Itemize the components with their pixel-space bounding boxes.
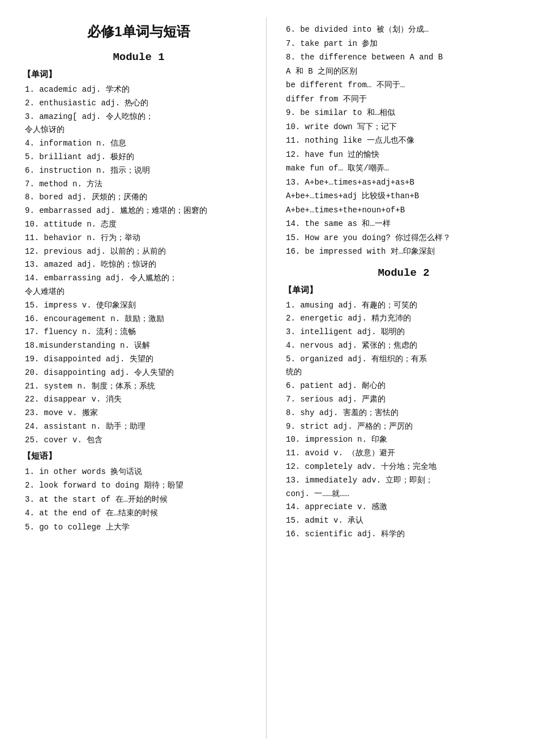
page: 必修1单词与短语 Module 1 【单词】 1. academic adj. … bbox=[0, 0, 535, 756]
list-item: conj. 一……就…… bbox=[284, 488, 524, 501]
list-item: 统的 bbox=[284, 366, 524, 379]
list-item: 16. be impressed with 对…印象深刻 bbox=[284, 245, 524, 259]
list-item: 6. patient adj. 耐心的 bbox=[284, 379, 524, 393]
list-item: 6. instruction n. 指示；说明 bbox=[23, 164, 255, 178]
list-item: 14. the same as 和…一样 bbox=[284, 217, 524, 231]
list-item: 4. information n. 信息 bbox=[23, 137, 255, 151]
list-item: 13. immediately adv. 立即；即刻； bbox=[284, 474, 524, 488]
list-item: 11. avoid v. （故意）避开 bbox=[284, 447, 524, 460]
module2-vocab-list: 1. amusing adj. 有趣的；可笑的2. energetic adj.… bbox=[284, 299, 524, 541]
list-item: 7. serious adj. 严肃的 bbox=[284, 393, 524, 407]
list-item: 7. take part in 参加 bbox=[284, 37, 524, 51]
module1-phrase-list: 1. in other words 换句话说2. look forward to… bbox=[23, 465, 255, 535]
module1-right-phrase-list: 6. be divided into 被（划）分成…7. take part i… bbox=[284, 23, 524, 259]
list-item: 2. enthusiastic adj. 热心的 bbox=[23, 97, 255, 110]
list-item: A+be+…times+adj 比较级+than+B bbox=[284, 189, 524, 203]
list-item: 20. disappointing adj. 令人失望的 bbox=[23, 366, 255, 380]
list-item: 令人难堪的 bbox=[23, 285, 255, 299]
list-item: 12. have fun 过的愉快 bbox=[284, 148, 524, 162]
right-column: 6. be divided into 被（划）分成…7. take part i… bbox=[266, 17, 535, 739]
list-item: 24. assistant n. 助手；助理 bbox=[23, 420, 255, 434]
list-item: 1. academic adj. 学术的 bbox=[23, 83, 255, 97]
list-item: 令人惊讶的 bbox=[23, 123, 255, 137]
left-column: 必修1单词与短语 Module 1 【单词】 1. academic adj. … bbox=[0, 17, 266, 739]
list-item: be different from… 不同于… bbox=[284, 78, 524, 92]
list-item: 14. appreciate v. 感激 bbox=[284, 501, 524, 514]
list-item: 10. impression n. 印象 bbox=[284, 433, 524, 447]
list-item: 21. system n. 制度；体系；系统 bbox=[23, 380, 255, 394]
module2-title: Module 2 bbox=[284, 267, 524, 279]
list-item: 3. at the start of 在…开始的时候 bbox=[23, 493, 255, 507]
list-item: 9. be similar to 和…相似 bbox=[284, 106, 524, 120]
module2-vocab-label: 【单词】 bbox=[284, 285, 524, 296]
list-item: 13. amazed adj. 吃惊的；惊讶的 bbox=[23, 258, 255, 272]
module1-title: Module 1 bbox=[23, 51, 255, 63]
list-item: 16. encouragement n. 鼓励；激励 bbox=[23, 313, 255, 326]
list-item: 15. impress v. 使印象深刻 bbox=[23, 299, 255, 313]
list-item: 8. the difference between A and B bbox=[284, 50, 524, 65]
list-item: 7. method n. 方法 bbox=[23, 178, 255, 191]
list-item: 16. scientific adj. 科学的 bbox=[284, 528, 524, 541]
list-item: 13. A+be+…times+as+adj+as+B bbox=[284, 176, 524, 190]
list-item: 1. in other words 换句话说 bbox=[23, 465, 255, 479]
list-item: 3. amazing[ adj. 令人吃惊的； bbox=[23, 110, 255, 124]
list-item: A 和 B 之间的区别 bbox=[284, 65, 524, 79]
list-item: A+be+…times+the+noun+of+B bbox=[284, 203, 524, 217]
list-item: 14. embarrassing adj. 令人尴尬的； bbox=[23, 272, 255, 285]
main-title: 必修1单词与短语 bbox=[23, 23, 255, 41]
list-item: 25. cover v. 包含 bbox=[23, 434, 255, 447]
list-item: 6. be divided into 被（划）分成… bbox=[284, 23, 524, 37]
list-item: 4. nervous adj. 紧张的；焦虑的 bbox=[284, 339, 524, 353]
list-item: 11. behavior n. 行为；举动 bbox=[23, 232, 255, 245]
list-item: 2. look forward to doing 期待；盼望 bbox=[23, 479, 255, 493]
list-item: 9. embarrassed adj. 尴尬的；难堪的；困窘的 bbox=[23, 204, 255, 218]
list-item: 22. disappear v. 消失 bbox=[23, 393, 255, 407]
list-item: 10. attitude n. 态度 bbox=[23, 218, 255, 232]
list-item: 17. fluency n. 流利；流畅 bbox=[23, 326, 255, 339]
list-item: 9. strict adj. 严格的；严厉的 bbox=[284, 420, 524, 434]
list-item: 8. shy adj. 害羞的；害怯的 bbox=[284, 407, 524, 420]
list-item: 12. previous adj. 以前的；从前的 bbox=[23, 245, 255, 259]
list-item: 4. at the end of 在…结束的时候 bbox=[23, 506, 255, 520]
list-item: differ from 不同于 bbox=[284, 92, 524, 106]
list-item: 11. nothing like 一点儿也不像 bbox=[284, 134, 524, 148]
list-item: 3. intelligent adj. 聪明的 bbox=[284, 326, 524, 339]
list-item: 2. energetic adj. 精力充沛的 bbox=[284, 312, 524, 326]
list-item: 5. brilliant adj. 极好的 bbox=[23, 151, 255, 164]
list-item: 5. go to college 上大学 bbox=[23, 520, 255, 535]
list-item: 19. disappointed adj. 失望的 bbox=[23, 353, 255, 366]
list-item: 15. admit v. 承认 bbox=[284, 514, 524, 528]
list-item: 8. bored adj. 厌烦的；厌倦的 bbox=[23, 191, 255, 204]
module1-vocab-list: 1. academic adj. 学术的2. enthusiastic adj.… bbox=[23, 83, 255, 447]
list-item: make fun of… 取笑/嘲弄… bbox=[284, 161, 524, 176]
list-item: 12. completely adv. 十分地；完全地 bbox=[284, 460, 524, 474]
list-item: 23. move v. 搬家 bbox=[23, 407, 255, 420]
module1-phrase-label: 【短语】 bbox=[23, 451, 255, 462]
module1-vocab-label: 【单词】 bbox=[23, 69, 255, 80]
list-item: 10. write down 写下；记下 bbox=[284, 120, 524, 134]
list-item: 15. How are you doing? 你过得怎么样？ bbox=[284, 231, 524, 245]
list-item: 1. amusing adj. 有趣的；可笑的 bbox=[284, 299, 524, 313]
list-item: 5. organized adj. 有组织的；有系 bbox=[284, 353, 524, 366]
list-item: 18.misunderstanding n. 误解 bbox=[23, 339, 255, 353]
